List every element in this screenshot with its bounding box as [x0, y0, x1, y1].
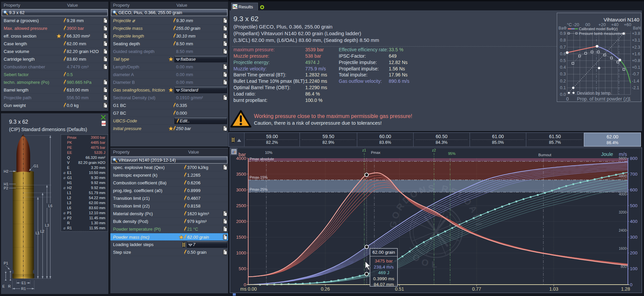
svg-text:P1: P1 — [4, 261, 8, 265]
svg-text:0.77: 0.77 — [472, 286, 481, 292]
svg-text:700: 700 — [630, 172, 638, 177]
svg-text:0.3: 0.3 — [560, 72, 566, 76]
svg-text:R1: R1 — [21, 287, 26, 291]
svg-text:0.9: 0.9 — [560, 31, 566, 36]
svg-text:500: 500 — [630, 203, 638, 208]
svg-text:P2: P2 — [4, 186, 8, 190]
svg-text:469 J: 469 J — [378, 270, 389, 275]
svg-text:H1: H1 — [4, 182, 8, 186]
svg-text:2500: 2500 — [236, 203, 246, 208]
svg-text:0.0: 0.0 — [560, 92, 566, 97]
svg-text:Prop. of burnt powder (z): Prop. of burnt powder (z) — [577, 96, 629, 102]
svg-text:3500: 3500 — [236, 172, 246, 177]
svg-text:+1.6: +1.6 — [632, 52, 640, 56]
svg-text:1: 1 — [628, 96, 631, 102]
svg-text:2400: 2400 — [619, 228, 627, 232]
svg-text:Pressure bomb measurement: Pressure bomb measurement — [579, 32, 625, 36]
svg-text:0.6: 0.6 — [560, 52, 566, 56]
svg-text:1.28: 1.28 — [621, 286, 630, 292]
svg-text:bar: bar — [238, 152, 246, 157]
svg-text:Vihtavuori N140: Vihtavuori N140 — [604, 17, 639, 22]
svg-text:84.07 mm: 84.07 mm — [374, 282, 394, 287]
svg-text:1000: 1000 — [236, 250, 246, 255]
svg-text:0.4: 0.4 — [560, 65, 566, 70]
svg-text:800: 800 — [621, 264, 627, 269]
svg-text:Pmax-25%: Pmax-25% — [250, 187, 268, 191]
svg-text:0.00: 0.00 — [248, 286, 257, 292]
svg-text:0.5: 0.5 — [560, 58, 566, 63]
svg-text:-2.1: -2.1 — [632, 85, 639, 90]
svg-text:00: 00 — [585, 22, 590, 27]
svg-text:95%: 95% — [448, 152, 455, 156]
svg-text:10%: 10% — [265, 151, 272, 155]
svg-text:Calibrated model BaΦ(z): Calibrated model BaΦ(z) — [579, 27, 618, 31]
svg-text:0: 0 — [630, 282, 633, 287]
svg-text:+3.8: +3.8 — [632, 31, 640, 36]
svg-text:-0.7: -0.7 — [632, 72, 639, 76]
svg-text:200: 200 — [630, 250, 638, 255]
svg-text:0.8: 0.8 — [560, 38, 566, 43]
svg-text:Joule: Joule — [601, 151, 613, 157]
svg-text:-20: -20 — [573, 22, 579, 27]
svg-text:0.7: 0.7 — [560, 45, 566, 50]
svg-text:L2: L2 — [40, 229, 44, 233]
svg-text:0: 0 — [566, 96, 569, 102]
svg-text:3475 bar: 3475 bar — [375, 258, 393, 263]
svg-text:G1: G1 — [34, 164, 39, 168]
svg-text:1500: 1500 — [236, 235, 246, 240]
svg-text:0.3990 ms: 0.3990 ms — [373, 276, 394, 281]
svg-text:Ba%: Ba% — [633, 26, 641, 31]
svg-text:600: 600 — [630, 187, 638, 192]
svg-text:0.2: 0.2 — [560, 79, 566, 83]
svg-text:L1: L1 — [36, 231, 40, 235]
svg-text:+3.1: +3.1 — [632, 38, 640, 43]
svg-text:4800: 4800 — [619, 174, 627, 178]
svg-text:L6: L6 — [48, 204, 52, 208]
svg-text:1.03: 1.03 — [549, 286, 558, 292]
svg-text:400: 400 — [630, 219, 638, 224]
svg-text:-1.4: -1.4 — [632, 79, 639, 83]
svg-text:H2: H2 — [4, 169, 8, 173]
svg-text:0.26: 0.26 — [321, 286, 330, 292]
svg-text:+60: +60 — [624, 22, 631, 27]
svg-text:0.1: 0.1 — [560, 85, 566, 90]
svg-text:500: 500 — [238, 266, 246, 271]
svg-text:ms: ms — [240, 286, 247, 292]
svg-text:0.51: 0.51 — [395, 286, 404, 292]
svg-text:L3: L3 — [45, 223, 49, 227]
svg-text:E: E — [2, 284, 5, 288]
svg-text:62.00 grain: 62.00 grain — [372, 250, 395, 255]
svg-text:m/s: m/s — [619, 151, 627, 157]
svg-text:E1: E1 — [21, 281, 26, 285]
svg-text:Pmax absolute: Pmax absolute — [250, 157, 274, 161]
svg-text:BaΦ: BaΦ — [558, 26, 567, 31]
svg-text:+0.8: +0.8 — [632, 58, 640, 63]
svg-text:1600: 1600 — [619, 246, 627, 250]
svg-text:100: 100 — [630, 266, 638, 271]
svg-text:4000: 4000 — [619, 192, 627, 196]
svg-text:Pmax-15%: Pmax-15% — [250, 175, 268, 179]
svg-text:238.4 m/s: 238.4 m/s — [374, 264, 394, 270]
svg-text:R: R — [8, 284, 11, 288]
svg-text:+0.1: +0.1 — [632, 65, 640, 70]
svg-text:+40: +40 — [611, 22, 619, 27]
svg-text:+20: +20 — [598, 22, 606, 27]
svg-text:z1: z1 — [362, 148, 366, 152]
svg-text:+2.3: +2.3 — [632, 45, 640, 50]
svg-text:2000: 2000 — [236, 219, 246, 224]
svg-text:z2: z2 — [432, 148, 436, 152]
svg-text:Pmax: Pmax — [371, 151, 381, 155]
svg-text:Burnout: Burnout — [538, 153, 551, 157]
svg-text:300: 300 — [630, 235, 638, 240]
svg-text:°C: °C — [567, 22, 572, 27]
svg-text:3000: 3000 — [236, 187, 246, 192]
svg-text:3200: 3200 — [619, 210, 627, 214]
svg-text:Deviation by temp.: Deviation by temp. — [577, 91, 612, 96]
svg-text:800: 800 — [630, 156, 638, 161]
